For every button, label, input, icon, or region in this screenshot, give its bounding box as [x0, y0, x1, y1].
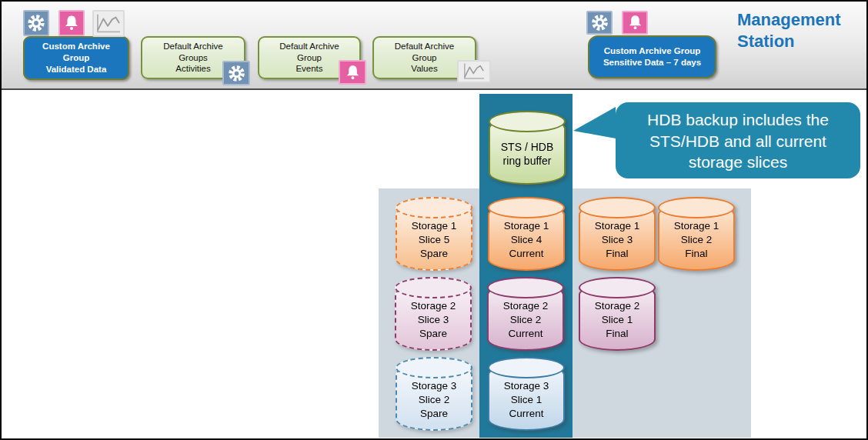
cylinder-top [658, 197, 735, 218]
gear-icon [26, 13, 46, 33]
cylinder-storage1-slice2-final: Storage 1 Slice 2 Final [658, 197, 735, 271]
custom-archive-group-sensitive-data-button[interactable]: Custom Archive Group Sensitive Data – 7 … [588, 35, 716, 78]
cylinder-storage1-slice3-final: Storage 1 Slice 3 Final [579, 197, 656, 271]
chart-icon [94, 12, 123, 35]
cylinder-label: STS / HDB ring buffer [482, 140, 572, 168]
cylinder-label: Storage 2 Slice 2 Current [481, 299, 570, 340]
cylinder-storage3-slice2-spare: Storage 3 Slice 2 Spare [396, 357, 472, 431]
cylinder-top [579, 197, 656, 218]
bell-icon [626, 13, 645, 32]
cylinder-top [396, 357, 472, 378]
hdb-backup-callout: HDB backup includes the STS/HDB and all … [616, 102, 860, 178]
gear-icon [227, 64, 246, 83]
cylinder-label: Storage 2 Slice 3 Spare [389, 299, 478, 340]
cylinder-label: Storage 1 Slice 5 Spare [389, 219, 479, 260]
gear-icon [590, 13, 609, 32]
cylinder-label: Storage 1 Slice 2 Final [652, 219, 741, 260]
cylinder-top [579, 277, 656, 298]
chart-icon[interactable] [457, 60, 491, 83]
cylinder-sts-hdb-ring-buffer: STS / HDB ring buffer [489, 111, 566, 185]
gear-icon[interactable] [23, 10, 49, 36]
bell-icon[interactable] [58, 10, 85, 36]
cylinder-storage2-slice2-current: Storage 2 Slice 2 Current [487, 277, 564, 351]
cylinder-top [488, 357, 565, 378]
cylinder-label: Storage 3 Slice 1 Current [482, 379, 571, 420]
bell-icon[interactable] [622, 11, 648, 35]
cylinder-storage1-slice5-spare: Storage 1 Slice 5 Spare [396, 197, 472, 271]
cylinder-storage2-slice1-final: Storage 2 Slice 1 Final [579, 277, 656, 351]
cylinder-storage1-slice4-current: Storage 1 Slice 4 Current [488, 197, 565, 271]
bell-icon[interactable] [339, 60, 366, 85]
cylinder-storage3-slice1-current: Storage 3 Slice 1 Current [488, 357, 565, 431]
gear-icon[interactable] [586, 11, 613, 35]
cylinder-top [487, 277, 564, 298]
chart-icon [459, 62, 489, 82]
page-title: Management Station [737, 9, 840, 52]
cylinder-top [396, 197, 472, 218]
custom-archive-group-validated-data-button[interactable]: Custom Archive Group Validated Data [23, 36, 129, 80]
cylinder-storage2-slice3-spare: Storage 2 Slice 3 Spare [395, 277, 472, 351]
bell-icon [343, 63, 362, 82]
callout-tail [567, 102, 621, 148]
bell-icon [62, 13, 82, 33]
gear-icon[interactable] [222, 61, 250, 85]
cylinder-top [395, 277, 472, 298]
cylinder-label: Storage 2 Slice 1 Final [573, 299, 662, 340]
cylinder-top [489, 111, 566, 132]
management-station-diagram: Custom Archive Group Validated Data Defa… [0, 0, 868, 440]
cylinder-label: Storage 1 Slice 4 Current [482, 219, 571, 260]
chart-icon[interactable] [92, 10, 125, 37]
cylinder-label: Storage 3 Slice 2 Spare [389, 379, 479, 420]
cylinder-label: Storage 1 Slice 3 Final [573, 219, 662, 260]
cylinder-top [488, 197, 565, 218]
archive-group-toolbar: Custom Archive Group Validated Data Defa… [2, 2, 866, 90]
